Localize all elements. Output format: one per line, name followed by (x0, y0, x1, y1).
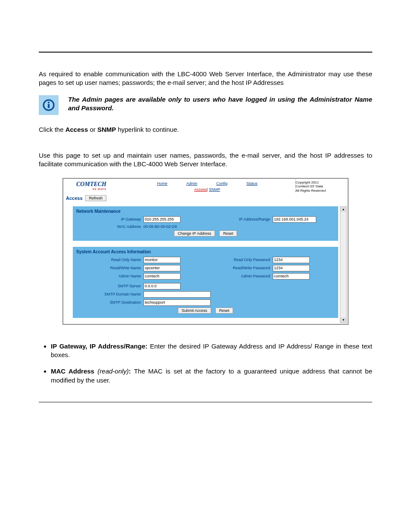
reset-ip-button[interactable]: Reset (219, 230, 237, 236)
network-maintenance-block: Network Maintenance IP Gateway IP Addres… (73, 206, 338, 241)
bullet-list: IP Gateway, IP Address/Range: Enter the … (51, 342, 372, 385)
top-rule (39, 52, 372, 53)
bullet1-strong: IP Gateway, IP Address/Range: (51, 342, 147, 350)
network-maintenance-title: Network Maintenance (76, 209, 335, 214)
rw-name-label: Read/Write Name (76, 266, 143, 270)
screenshot-frame: COMTECH EF DATA Home Admin Config Status… (62, 178, 349, 325)
sub-links: Access| SNMP (194, 187, 220, 192)
account-access-block: System Account Access Information Read O… (73, 247, 338, 318)
tab-status[interactable]: Status (237, 180, 267, 187)
rw-pw-label: Read/Write Password (206, 266, 273, 270)
ro-name-input[interactable] (143, 257, 181, 263)
click-line: Click the Access or SNMP hyperlink to co… (39, 125, 372, 134)
reset-access-button[interactable]: Reset (215, 308, 234, 314)
copyright-block: Copyright 2011 Comtech EF Data All Right… (295, 179, 348, 193)
ip-gateway-label: IP Gateway (76, 217, 143, 221)
comtech-logo: COMTECH EF DATA (76, 181, 106, 190)
admin-callout: The Admin pages are available only to us… (39, 95, 372, 115)
logo-cell: COMTECH EF DATA (63, 179, 119, 193)
submit-access-button[interactable]: Submit Access (178, 308, 211, 314)
list-item: IP Gateway, IP Address/Range: Enter the … (51, 342, 372, 360)
admin-name-input[interactable] (143, 273, 181, 280)
ip-address-label: IP Address/Range (206, 217, 273, 221)
click-pre: Click the (39, 126, 65, 133)
tab-home[interactable]: Home (147, 180, 177, 187)
mac-address-label: MAC Address (76, 224, 143, 229)
svg-point-1 (48, 101, 50, 103)
logo-sub: EF DATA (76, 188, 106, 190)
ro-pw-label: Read Only Password (206, 258, 273, 262)
admin-name-label: Admin Name (76, 274, 143, 278)
smtp-dest-label: SMTP Destination (76, 300, 143, 305)
list-item: MAC Address (read-only): The MAC is set … (51, 367, 372, 385)
smtp-domain-input[interactable] (143, 291, 211, 298)
ip-address-input[interactable] (273, 216, 316, 223)
access-bar: Access Refresh (63, 193, 348, 206)
bullet2-italic: (read-only) (94, 367, 129, 375)
copyright-line2: Comtech EF Data (296, 184, 345, 188)
mac-address-value: 00-06-B0-00-02-D9 (143, 224, 177, 229)
admin-pw-label: Admin Password (206, 274, 273, 278)
snmp-word: SNMP (97, 126, 116, 133)
change-ip-button[interactable]: Change IP Address (174, 230, 215, 236)
smtp-domain-label: SMTP Domain Name (76, 292, 143, 296)
scrollbar[interactable]: ▴ ▾ (340, 206, 347, 323)
smtp-dest-input[interactable] (143, 299, 211, 306)
logo-text: COMTECH (76, 181, 106, 187)
click-mid: or (88, 126, 97, 133)
callout-text: The Admin pages are available only to us… (68, 95, 372, 113)
copyright-line3: All Rights Reserved (296, 189, 345, 193)
smtp-server-label: SMTP Server (76, 284, 143, 288)
copyright-line1: Copyright 2011 (296, 180, 345, 184)
sublink-access[interactable]: Access (194, 187, 207, 192)
ip-gateway-input[interactable] (143, 216, 181, 223)
ro-pw-input[interactable] (273, 257, 310, 263)
header-row: COMTECH EF DATA Home Admin Config Status… (63, 179, 348, 193)
scroll-down-icon[interactable]: ▾ (340, 317, 346, 323)
tab-admin[interactable]: Admin (177, 180, 207, 187)
tab-config[interactable]: Config (207, 180, 237, 187)
admin-pw-input[interactable] (273, 273, 310, 280)
bullet2-strong: MAC Address (51, 367, 94, 375)
rw-name-input[interactable] (143, 265, 181, 271)
account-access-title: System Account Access Information (76, 249, 335, 254)
nav-tabs: Home Admin Config Status Access| SNMP (119, 179, 295, 193)
smtp-server-input[interactable] (143, 283, 181, 289)
rw-pw-input[interactable] (273, 265, 310, 271)
scroll-up-icon[interactable]: ▴ (340, 207, 346, 212)
click-post: hyperlink to continue. (116, 126, 179, 133)
refresh-button[interactable]: Refresh (85, 195, 107, 201)
intro-paragraph: As required to enable communication with… (39, 70, 372, 87)
use-page-paragraph: Use this page to set up and maintain use… (39, 151, 372, 169)
access-word: Access (65, 126, 88, 133)
bottom-rule (39, 402, 372, 402)
svg-rect-2 (48, 104, 50, 108)
ro-name-label: Read Only Name (76, 258, 143, 262)
sublink-snmp[interactable]: SNMP (209, 187, 220, 192)
page-title: Access (66, 196, 83, 201)
info-icon (39, 95, 59, 115)
